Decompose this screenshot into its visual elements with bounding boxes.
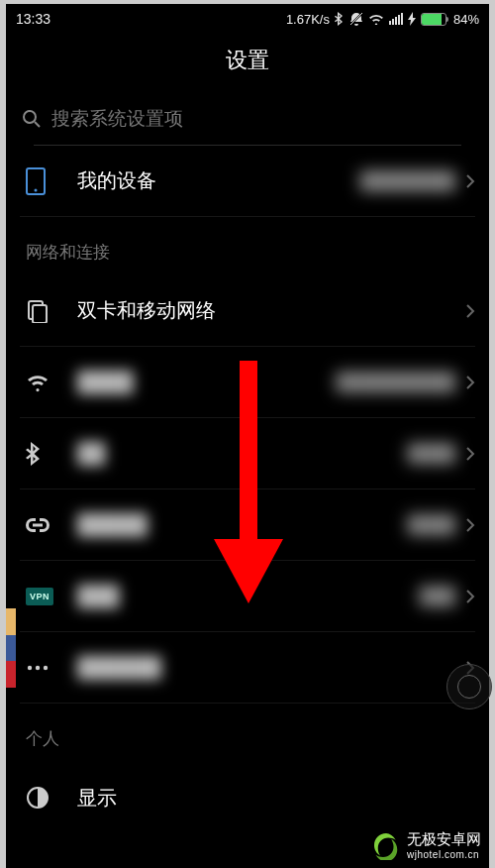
search-bar[interactable]	[6, 93, 489, 145]
svg-rect-5	[398, 15, 400, 25]
watermark-url: wjhotel.com.cn	[407, 849, 481, 860]
search-input[interactable]	[51, 108, 473, 130]
dnd-icon	[349, 12, 363, 26]
row-label: ██	[77, 442, 105, 465]
svg-rect-4	[395, 17, 397, 25]
device-icon	[20, 167, 77, 195]
status-bar: 13:33 1.67K/s 84%	[6, 4, 489, 30]
row-label: █████	[77, 513, 148, 536]
sim-icon	[20, 299, 77, 323]
contrast-icon	[20, 786, 77, 810]
row-sim[interactable]: 双卡和移动网络	[20, 275, 475, 347]
status-time: 13:33	[16, 11, 50, 27]
svg-rect-3	[392, 19, 394, 25]
row-value: ████	[408, 444, 465, 464]
row-more[interactable]: ██████	[20, 632, 475, 704]
svg-point-14	[36, 665, 40, 669]
row-display[interactable]: 显示	[20, 762, 475, 833]
bluetooth-icon	[335, 12, 345, 26]
chevron-right-icon	[465, 589, 475, 604]
settings-list: 我的设备 ████████ 网络和连接 双卡和移动网络 ████ ███████…	[6, 145, 489, 833]
svg-point-10	[35, 188, 38, 191]
page-title: 设置	[6, 30, 489, 93]
watermark-logo-icon	[371, 830, 401, 860]
battery-indicator	[421, 13, 448, 26]
svg-point-13	[28, 665, 32, 669]
svg-line-8	[35, 122, 40, 127]
chevron-right-icon	[465, 517, 475, 533]
more-icon	[20, 664, 77, 672]
row-label: ██████	[77, 656, 161, 679]
link-icon	[20, 518, 77, 532]
chevron-right-icon	[465, 303, 475, 319]
wifi-row-icon	[20, 373, 77, 392]
row-value: ███	[420, 587, 465, 606]
bluetooth-row-icon	[20, 442, 77, 466]
wifi-icon	[368, 13, 384, 25]
floating-ball[interactable]	[446, 664, 492, 709]
row-label: ███	[77, 585, 120, 607]
svg-point-7	[24, 111, 36, 123]
signal-icon	[389, 13, 403, 25]
svg-rect-2	[389, 21, 391, 25]
row-value: ████	[408, 515, 465, 535]
charging-icon	[408, 12, 416, 26]
status-net-speed: 1.67K/s	[286, 12, 330, 27]
svg-rect-12	[33, 305, 47, 323]
search-icon	[22, 109, 51, 129]
section-network-title: 网络和连接	[20, 217, 475, 275]
phone-frame: 13:33 1.67K/s 84% 设置	[0, 0, 495, 868]
row-label: 显示	[77, 785, 117, 812]
row-label: ████	[77, 371, 134, 393]
row-wifi[interactable]: ████ ██████████	[20, 347, 475, 418]
chevron-right-icon	[465, 446, 475, 462]
battery-percent: 84%	[453, 12, 479, 27]
svg-point-15	[44, 665, 48, 669]
row-value: ████████	[360, 171, 465, 191]
watermark: 无极安卓网 wjhotel.com.cn	[371, 830, 481, 860]
section-personal-title: 个人	[20, 704, 475, 762]
row-label: 我的设备	[77, 167, 156, 194]
row-label: 双卡和移动网络	[77, 297, 216, 324]
chevron-right-icon	[465, 375, 475, 390]
row-hotspot[interactable]: █████ ████	[20, 489, 475, 561]
edge-decor	[6, 608, 16, 688]
vpn-icon: VPN	[20, 588, 77, 605]
row-value: ██████████	[337, 373, 465, 392]
chevron-right-icon	[465, 173, 475, 189]
row-bluetooth[interactable]: ██ ████	[20, 418, 475, 489]
row-vpn[interactable]: VPN ███ ███	[20, 561, 475, 632]
svg-rect-6	[401, 13, 403, 25]
row-my-device[interactable]: 我的设备 ████████	[20, 146, 475, 217]
